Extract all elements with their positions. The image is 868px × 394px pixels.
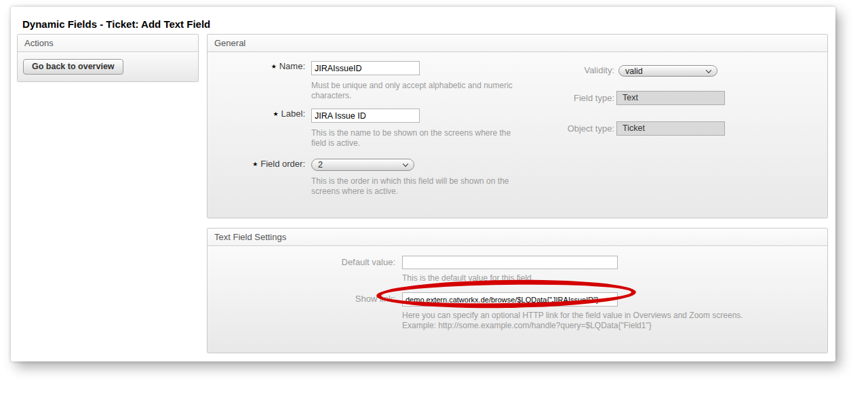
mandatory-star: ★ (252, 161, 258, 168)
field-order-select-value: 2 (312, 159, 414, 170)
show-link-input[interactable] (402, 292, 618, 307)
field-type-readonly: Text (616, 91, 725, 105)
validity-select[interactable]: valid (618, 65, 717, 77)
validity-select-value: valid (619, 66, 717, 77)
name-input[interactable] (311, 61, 420, 75)
text-field-settings-content: Default value: This is the default value… (208, 247, 827, 353)
label-input[interactable] (311, 109, 420, 123)
default-value-label: Default value: (208, 256, 395, 269)
actions-widget: Actions Go back to overview (17, 34, 199, 82)
validity-label: Validity: (513, 64, 614, 77)
content-card: Dynamic Fields - Ticket: Add Text Field … (11, 7, 835, 361)
general-widget-header: General (208, 35, 827, 52)
mandatory-star: ★ (273, 111, 279, 117)
page-title: Dynamic Fields - Ticket: Add Text Field (22, 18, 210, 30)
name-hint: Must be unique and only accept alphabeti… (311, 81, 528, 100)
default-value-hint: This is the default value for this field… (402, 273, 823, 283)
mandatory-star: ★ (271, 63, 277, 70)
show-link-hint: Here you can specify an optional HTTP li… (402, 311, 836, 330)
field-type-label: Field type: (513, 92, 614, 105)
label-label: ★Label: (208, 107, 305, 121)
show-link-label: Show link: (208, 292, 395, 306)
label-hint: This is the name to be shown on the scre… (311, 128, 528, 148)
field-order-select[interactable]: 2 (311, 159, 414, 171)
go-back-to-overview-button[interactable]: Go back to overview (23, 59, 123, 75)
text-field-settings-widget: Text Field Settings Default value: This … (207, 228, 828, 353)
name-label: ★Name: (208, 60, 305, 73)
general-widget-content: ★Name: Must be unique and only accept al… (208, 53, 827, 218)
object-type-readonly: Ticket (616, 121, 725, 136)
general-widget: General ★Name: Must be unique and only a… (207, 34, 828, 218)
default-value-input[interactable] (402, 256, 618, 269)
object-type-label: Object type: (513, 122, 614, 136)
field-order-hint: This is the order in which this field wi… (311, 176, 528, 196)
actions-widget-content: Go back to overview (18, 53, 198, 81)
actions-widget-header: Actions (18, 35, 198, 52)
text-field-settings-header: Text Field Settings (208, 229, 827, 246)
field-order-label: ★Field order: (208, 157, 305, 171)
